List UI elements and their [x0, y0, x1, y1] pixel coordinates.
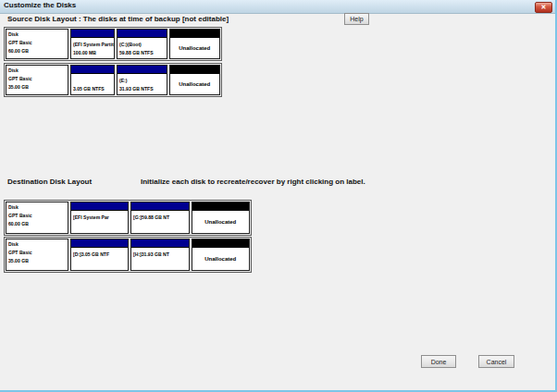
destination-instruction: Initialize each disk to recreate/recover… [141, 178, 365, 186]
destination-disk1-unallocated[interactable]: Unallocated [192, 202, 251, 234]
destination-disk1-label[interactable]: Disk GPT Basic 60.00 GB [6, 202, 68, 234]
source-disk-row-2: Disk GPT Basic 35.00 GB 3.05 GB NTFS (E:… [4, 63, 222, 97]
partition-color-bar [131, 202, 189, 211]
customize-disks-dialog: Customize the Disks ✕ Source Disk Layout… [0, 0, 557, 392]
source-disk1-partition-efi: (EFI System Partiti 100.00 MB [70, 29, 115, 59]
source-disk-row-1: Disk GPT Basic 60.00 GB (EFI System Part… [4, 27, 222, 61]
partition-color-bar [71, 30, 114, 38]
help-button[interactable]: Help [344, 13, 369, 25]
unallocated-color-bar [192, 239, 250, 248]
destination-disk-row-1[interactable]: Disk GPT Basic 60.00 GB [EFI System Par … [4, 200, 252, 236]
destination-section-heading: Destination Disk Layout [7, 178, 92, 186]
destination-disk2-unallocated[interactable]: Unallocated [192, 239, 251, 271]
done-button[interactable]: Done [421, 355, 456, 368]
destination-disk2-partition-h[interactable]: [H:]31.93 GB NT [130, 239, 190, 271]
cancel-button[interactable]: Cancel [478, 355, 514, 368]
destination-disk-row-2[interactable]: Disk GPT Basic 35.00 GB [D:]3.05 GB NTF … [4, 237, 252, 273]
destination-disk2-partition-d[interactable]: [D:]3.05 GB NTF [70, 239, 129, 271]
destination-disk2-label[interactable]: Disk GPT Basic 35.00 GB [6, 239, 68, 271]
source-disk1-label: Disk GPT Basic 60.00 GB [6, 29, 68, 59]
source-section-heading: Source Disk Layout : The disks at time o… [7, 15, 229, 23]
source-disk1-unallocated: Unallocated [169, 29, 221, 59]
source-disk2-partition-ntfs: 3.05 GB NTFS [70, 65, 115, 95]
partition-color-bar [71, 239, 128, 248]
partition-color-bar [71, 202, 128, 211]
source-disk2-unallocated: Unallocated [169, 65, 221, 95]
partition-color-bar [118, 30, 167, 38]
partition-color-bar [118, 66, 167, 74]
unallocated-color-bar [170, 30, 220, 38]
close-icon[interactable]: ✕ [535, 2, 552, 13]
destination-disk1-partition-efi[interactable]: [EFI System Par [70, 202, 129, 234]
destination-disk1-partition-g[interactable]: [G:]59.88 GB NT [130, 202, 190, 234]
source-disk2-partition-e: (E:) 31.93 GB NTFS [117, 65, 167, 95]
source-disk2-label: Disk GPT Basic 35.00 GB [6, 65, 68, 95]
partition-color-bar [131, 239, 189, 248]
source-disk1-partition-c-boot: (C:)(Boot) 59.88 GB NTFS [117, 29, 167, 59]
unallocated-color-bar [192, 202, 250, 211]
window-title: Customize the Disks [4, 1, 76, 9]
partition-color-bar [71, 66, 114, 74]
unallocated-color-bar [170, 66, 220, 74]
title-bar: Customize the Disks ✕ [0, 0, 555, 14]
